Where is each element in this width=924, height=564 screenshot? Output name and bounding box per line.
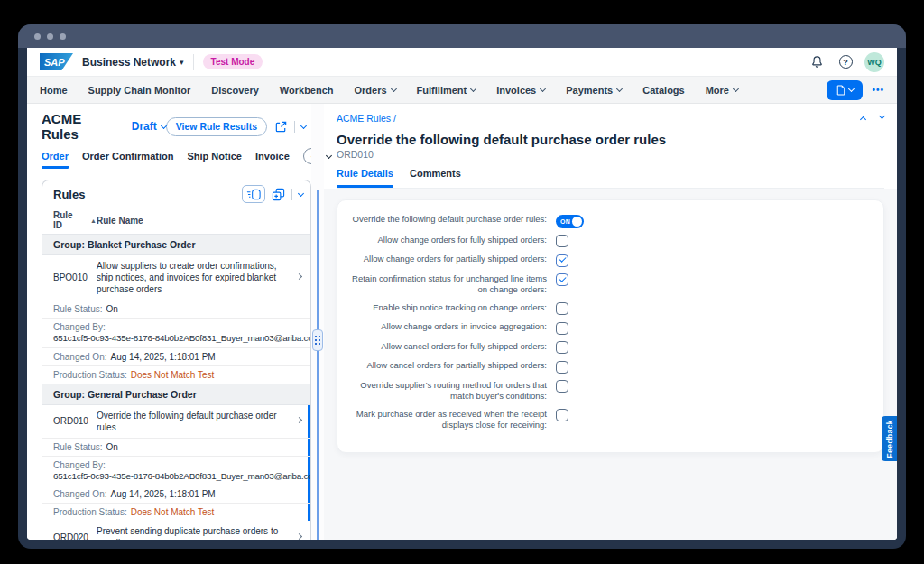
view-rule-results-button[interactable]: View Rule Results bbox=[166, 117, 267, 136]
chevron-down-icon[interactable] bbox=[300, 122, 307, 128]
rule-item-ord010[interactable]: ORD010Override the following default pur… bbox=[42, 405, 310, 522]
checkbox[interactable] bbox=[556, 254, 568, 267]
notifications-button[interactable] bbox=[807, 52, 827, 72]
chevron-down-icon[interactable] bbox=[879, 112, 885, 118]
chevron-down-icon[interactable] bbox=[298, 190, 304, 196]
tab-rule-details[interactable]: Rule Details bbox=[337, 168, 393, 188]
window-control-dot[interactable] bbox=[34, 33, 41, 40]
window-control-dot[interactable] bbox=[60, 33, 66, 40]
rule-detail-line: Rule Status:On bbox=[42, 438, 310, 456]
rule-item-bpo010[interactable]: BPO010Allow suppliers to create order co… bbox=[42, 255, 310, 384]
column-rule-name[interactable]: Rule Name bbox=[97, 216, 292, 226]
window-control-dot[interactable] bbox=[47, 33, 53, 40]
setting-row: Override the following default purchase … bbox=[350, 214, 883, 228]
tab-order-confirmation[interactable]: Order Confirmation bbox=[82, 151, 173, 166]
nav-item-invoices[interactable]: Invoices bbox=[496, 85, 545, 96]
checkbox[interactable] bbox=[556, 380, 568, 393]
detail-title: Override the following default purchase … bbox=[337, 132, 884, 147]
rules-card: Rules Rule ID ▲ bbox=[42, 180, 311, 540]
rule-item-ord020[interactable]: ORD020Prevent sending duplicate purchase… bbox=[42, 521, 310, 540]
nav-item-more[interactable]: More bbox=[706, 85, 738, 96]
setting-row: Retain confirmation status for unchanged… bbox=[350, 273, 883, 296]
tab-comments[interactable]: Comments bbox=[410, 168, 461, 188]
detail-label: Production Status: bbox=[53, 507, 127, 517]
chevron-down-icon bbox=[391, 86, 397, 92]
detail-value: On bbox=[106, 442, 117, 452]
help-button[interactable]: ? bbox=[836, 52, 855, 72]
checkbox[interactable] bbox=[556, 409, 568, 421]
rule-name: Prevent sending duplicate purchase order… bbox=[97, 525, 292, 540]
nav-item-label: Discovery bbox=[211, 85, 259, 96]
rule-details-card: Override the following default purchase … bbox=[337, 199, 884, 453]
rule-row[interactable]: ORD010Override the following default pur… bbox=[42, 405, 310, 438]
nav-item-workbench[interactable]: Workbench bbox=[280, 85, 334, 96]
rules-list: Group: Blanket Purchase OrderBPO010Allow… bbox=[42, 234, 310, 540]
checkbox[interactable] bbox=[556, 361, 568, 374]
setting-label: Allow change orders in invoice aggregati… bbox=[350, 321, 547, 333]
feedback-label: Feedback bbox=[885, 420, 894, 458]
rule-id: BPO010 bbox=[53, 273, 97, 282]
detail-label: Changed By: bbox=[53, 460, 106, 470]
nav-item-discovery[interactable]: Discovery bbox=[211, 85, 259, 96]
filter-button[interactable] bbox=[242, 185, 265, 203]
setting-control: ON bbox=[556, 214, 587, 228]
nav-item-label: Home bbox=[40, 85, 68, 96]
panel-splitter[interactable] bbox=[311, 104, 324, 540]
rule-row[interactable]: ORD020Prevent sending duplicate purchase… bbox=[42, 521, 310, 540]
overflow-menu-button[interactable]: ••• bbox=[872, 85, 884, 95]
chevron-up-icon[interactable] bbox=[860, 116, 866, 122]
setting-row: Mark purchase order as received when the… bbox=[350, 409, 883, 431]
divider bbox=[294, 121, 295, 133]
window-titlebar bbox=[18, 24, 906, 48]
product-name: Business Network bbox=[82, 56, 176, 69]
nav-item-catalogs[interactable]: Catalogs bbox=[642, 85, 684, 96]
checkbox[interactable] bbox=[556, 322, 568, 335]
sap-logo-text: SAP bbox=[44, 57, 65, 68]
splitter-grip-handle[interactable] bbox=[312, 329, 323, 351]
status-dropdown[interactable]: Draft bbox=[132, 120, 166, 133]
create-document-button[interactable] bbox=[827, 80, 863, 100]
filter-icon bbox=[246, 189, 261, 200]
rule-id: ORD020 bbox=[53, 532, 97, 540]
chevron-down-icon bbox=[848, 86, 855, 92]
rule-detail-line: Production Status:Does Not Match Test bbox=[42, 503, 310, 521]
chevron-right-icon bbox=[295, 273, 301, 280]
detail-value: On bbox=[106, 304, 117, 314]
nav-right-actions: ••• bbox=[827, 80, 884, 100]
nav-item-home[interactable]: Home bbox=[40, 85, 68, 96]
rule-row[interactable]: BPO010Allow suppliers to create order co… bbox=[42, 255, 310, 300]
tab-ship-notice[interactable]: Ship Notice bbox=[187, 151, 242, 166]
checkbox[interactable] bbox=[556, 302, 568, 315]
checkmark-icon bbox=[559, 275, 565, 282]
tab-order[interactable]: Order bbox=[42, 151, 69, 169]
detail-value: Does Not Match Test bbox=[131, 507, 215, 517]
nav-item-label: Payments bbox=[566, 85, 613, 96]
sort-ascending-icon: ▲ bbox=[90, 217, 97, 224]
breadcrumb[interactable]: ACME Rules / bbox=[337, 113, 396, 124]
checkbox[interactable] bbox=[556, 235, 568, 247]
detail-value: Aug 14, 2025, 1:18:01 PM bbox=[111, 352, 216, 362]
nav-item-payments[interactable]: Payments bbox=[566, 85, 622, 96]
column-rule-id[interactable]: Rule ID ▲ bbox=[53, 210, 97, 230]
nav-item-supply-chain-monitor[interactable]: Supply Chain Monitor bbox=[88, 85, 191, 96]
detail-value: 651c1cf5-0c93-435e-8176-84b0b2AB0f831_Bu… bbox=[53, 471, 300, 483]
share-icon[interactable] bbox=[274, 120, 288, 134]
nav-item-fulfillment[interactable]: Fulfillment bbox=[417, 85, 476, 96]
breadcrumb-row: ACME Rules / bbox=[337, 113, 884, 124]
rules-toolbar bbox=[242, 185, 303, 203]
checkbox[interactable] bbox=[556, 273, 568, 286]
chevron-down-icon bbox=[733, 86, 739, 92]
toggle-switch[interactable]: ON bbox=[556, 215, 584, 228]
product-switcher[interactable]: Business Network ▾ bbox=[82, 56, 184, 69]
checkbox[interactable] bbox=[556, 341, 568, 354]
avatar[interactable]: WQ bbox=[864, 52, 884, 72]
feedback-tab[interactable]: Feedback bbox=[882, 416, 897, 461]
setting-control bbox=[556, 409, 587, 422]
page-title: ACME Rules bbox=[42, 111, 121, 142]
nav-item-orders[interactable]: Orders bbox=[355, 85, 396, 96]
copy-add-icon[interactable] bbox=[272, 188, 285, 201]
app-content: SAP Business Network ▾ Test Mode ? WQ Ho… bbox=[27, 48, 897, 540]
tab-invoice[interactable]: Invoice bbox=[255, 151, 290, 166]
panel-actions bbox=[274, 120, 306, 134]
rules-card-header: Rules bbox=[42, 180, 310, 208]
